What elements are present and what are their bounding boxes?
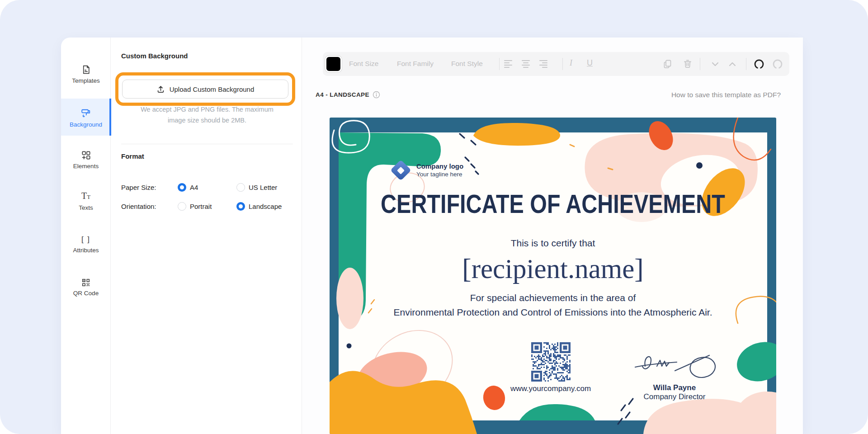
qr-code-image[interactable] xyxy=(531,342,571,382)
radio-a4[interactable] xyxy=(178,183,186,192)
upload-icon xyxy=(156,85,165,94)
description-line-2[interactable]: Environmental Protection and Control of … xyxy=(330,307,776,318)
background-settings-panel: Custom Background Upload Custom Backgrou… xyxy=(111,38,302,434)
company-logo[interactable]: Company logo Your tagline here xyxy=(392,161,463,179)
radio-portrait[interactable] xyxy=(178,202,186,211)
italic-icon[interactable]: I xyxy=(570,58,572,68)
sidebar-item-background[interactable]: Background xyxy=(61,99,111,136)
orientation-label: Orientation: xyxy=(121,203,156,210)
radio-landscape[interactable] xyxy=(236,202,245,211)
editor-card: Templates Background Elem xyxy=(61,38,803,434)
align-right-icon[interactable] xyxy=(538,59,549,71)
sidebar-item-label: Background xyxy=(61,121,111,128)
sidebar-item-label: Texts xyxy=(61,204,111,211)
text-toolbar: Font Size Font Family Font Style I U xyxy=(323,52,789,76)
info-icon[interactable] xyxy=(373,91,380,99)
templates-icon xyxy=(61,63,111,75)
qr-code-svg xyxy=(531,342,571,382)
underline-icon[interactable]: U xyxy=(587,58,593,68)
toolbar-separator xyxy=(499,58,500,70)
sidebar-item-attributes[interactable]: [ ] Attributes xyxy=(61,230,111,261)
company-logo-icon xyxy=(390,160,411,181)
paint-roller-icon xyxy=(61,107,111,118)
sidebar-item-texts[interactable]: TT Texts xyxy=(61,187,111,219)
toolbar-separator xyxy=(746,58,746,70)
radio-us-letter-label[interactable]: US Letter xyxy=(249,184,277,191)
company-website[interactable]: www.yourcompany.com xyxy=(485,384,616,393)
chevron-down-icon[interactable] xyxy=(710,59,721,71)
recipient-name-placeholder[interactable]: [recipient.name] xyxy=(330,253,776,285)
certify-line[interactable]: This is to certify that xyxy=(330,238,776,249)
font-size-dropdown[interactable]: Font Size xyxy=(349,60,378,68)
certificate-title[interactable]: CERTIFICATE OF ACHIEVEMENT xyxy=(363,189,743,219)
orientation-row: Orientation: Portrait Landscape xyxy=(111,202,302,211)
format-indicator: A4 - LANDSCAPE xyxy=(316,91,380,99)
radio-landscape-label[interactable]: Landscape xyxy=(249,203,282,210)
signature-block[interactable]: Willa Payne Company Director xyxy=(629,344,720,401)
font-style-dropdown[interactable]: Font Style xyxy=(451,60,483,68)
format-heading: Format xyxy=(121,152,144,160)
editor-canvas: Font Size Font Family Font Style I U xyxy=(302,38,803,434)
upload-button-label: Upload Custom Background xyxy=(170,85,255,93)
font-family-dropdown[interactable]: Font Family xyxy=(397,60,434,68)
delete-icon[interactable] xyxy=(683,59,693,71)
radio-portrait-label[interactable]: Portrait xyxy=(190,203,212,210)
duplicate-icon[interactable] xyxy=(662,59,673,71)
custom-background-heading: Custom Background xyxy=(121,52,188,60)
sidebar-item-elements[interactable]: Elements xyxy=(61,145,111,176)
sidebar-item-label: QR Code xyxy=(61,290,111,297)
texts-icon: TT xyxy=(61,190,111,202)
paper-size-label: Paper Size: xyxy=(121,184,156,191)
signature-scribble xyxy=(632,344,717,380)
paper-size-row: Paper Size: A4 US Letter xyxy=(111,183,302,192)
panel-divider xyxy=(121,144,293,144)
sidebar-item-label: Attributes xyxy=(61,247,111,254)
sidebar: Templates Background Elem xyxy=(61,38,111,434)
undo-icon[interactable] xyxy=(754,59,764,71)
text-color-swatch[interactable] xyxy=(325,56,342,72)
brackets-icon: [ ] xyxy=(61,232,111,244)
align-left-icon[interactable] xyxy=(503,59,514,71)
upload-helper-text: We accept JPG and PNG files. The maximum… xyxy=(121,104,293,126)
certificate-preview[interactable]: Company logo Your tagline here CERTIFICA… xyxy=(330,118,776,434)
radio-us-letter[interactable] xyxy=(236,183,245,192)
chevron-up-icon[interactable] xyxy=(727,59,738,71)
align-center-icon[interactable] xyxy=(520,59,531,71)
qr-code-icon xyxy=(61,275,111,287)
toolbar-separator xyxy=(700,58,700,70)
company-logo-title: Company logo xyxy=(416,162,463,170)
pdf-help-link[interactable]: How to save this template as PDF? xyxy=(671,91,781,99)
description-line-1[interactable]: For special achievements in the area of xyxy=(330,292,776,303)
redo-icon[interactable] xyxy=(772,59,783,71)
company-logo-tagline: Your tagline here xyxy=(416,170,463,178)
upload-custom-background-button[interactable]: Upload Custom Background xyxy=(122,80,288,99)
upload-highlight-outline: Upload Custom Background xyxy=(115,72,295,106)
sidebar-item-label: Elements xyxy=(61,163,111,170)
sidebar-item-templates[interactable]: Templates xyxy=(61,59,111,94)
elements-grid-icon xyxy=(61,148,111,160)
signer-title: Company Director xyxy=(629,392,720,401)
sidebar-item-label: Templates xyxy=(61,77,111,84)
signer-name: Willa Payne xyxy=(629,383,720,392)
toolbar-separator xyxy=(562,58,563,70)
sidebar-item-qr-code[interactable]: QR Code xyxy=(61,272,111,303)
radio-a4-label[interactable]: A4 xyxy=(190,184,198,191)
